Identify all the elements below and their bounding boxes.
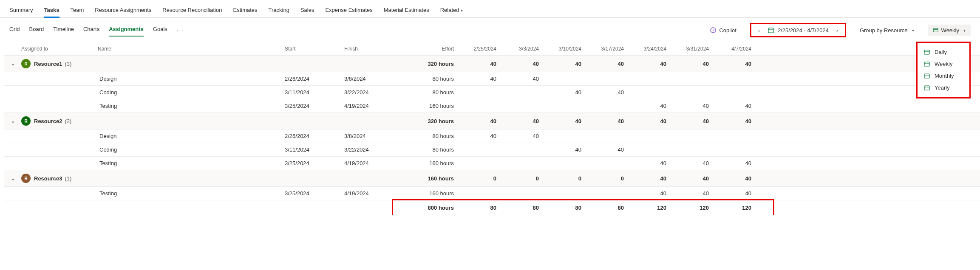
top-tab-related[interactable]: Related▾ [440, 4, 463, 17]
group-cell: 40 [586, 118, 629, 124]
timescale-label: Weekly [941, 27, 959, 34]
more-commands[interactable]: ··· [177, 27, 184, 34]
sub-tab-board[interactable]: Board [29, 24, 44, 37]
task-count: (3) [65, 61, 71, 67]
col-finish[interactable]: Finish [344, 46, 404, 52]
svg-rect-11 [924, 74, 929, 78]
timescale-option-label: Yearly [935, 84, 950, 91]
task-finish: 4/19/2024 [344, 160, 404, 166]
task-name: Design [98, 133, 285, 139]
total-cell: 120 [629, 205, 671, 211]
avatar: R [21, 174, 31, 183]
top-tab-resource-assignments[interactable]: Resource Assignments [95, 4, 151, 17]
task-cell: 40 [501, 133, 544, 139]
svg-rect-1 [768, 28, 773, 33]
timescale-option-yearly[interactable]: Yearly [922, 82, 963, 94]
sub-tab-charts[interactable]: Charts [83, 24, 99, 37]
task-row[interactable]: Coding3/11/20243/22/202480 hours4040 [4, 85, 980, 99]
col-assigned-to[interactable]: Assigned to [21, 46, 98, 52]
calendar-icon [923, 84, 930, 91]
resource-group-row[interactable]: ⌄RResource1(3)320 hours40404040404040 [4, 55, 980, 72]
top-tab-expense-estimates[interactable]: Expense Estimates [325, 4, 372, 17]
task-cell: 40 [671, 160, 714, 166]
date-next-button[interactable]: › [834, 27, 841, 34]
group-by-dropdown[interactable]: Group by Resource ▾ [855, 25, 918, 36]
timescale-option-monthly[interactable]: Monthly [922, 70, 963, 82]
group-cell: 40 [586, 61, 629, 67]
total-effort: 800 hours [404, 205, 459, 211]
grid-header-row: Assigned to Name Start Finish Effort 2/2… [4, 42, 980, 55]
task-cell: 40 [714, 160, 756, 166]
col-date[interactable]: 3/10/2024 [544, 46, 586, 52]
date-range-button[interactable]: 2/25/2024 - 4/7/2024 [768, 27, 829, 34]
task-effort: 80 hours [404, 146, 459, 153]
date-range-picker: ‹ 2/25/2024 - 4/7/2024 › [750, 23, 846, 37]
timescale-dropdown-button[interactable]: Weekly ▾ [928, 25, 971, 36]
copilot-button[interactable]: Copilot [705, 25, 740, 35]
group-effort: 320 hours [404, 61, 459, 67]
col-name[interactable]: Name [98, 46, 285, 52]
top-tab-resource-reconciliation[interactable]: Resource Reconciliation [162, 4, 222, 17]
task-name: Testing [98, 160, 285, 166]
top-tab-summary[interactable]: Summary [9, 4, 33, 17]
expand-toggle[interactable]: ⌄ [4, 61, 21, 67]
col-date[interactable]: 2/25/2024 [459, 46, 501, 52]
task-effort: 80 hours [404, 89, 459, 96]
group-effort: 320 hours [404, 118, 459, 124]
task-row[interactable]: Testing3/25/20244/19/2024160 hours404040 [4, 156, 980, 170]
group-cell: 40 [459, 118, 501, 124]
total-cell: 80 [501, 205, 544, 211]
group-cell: 40 [544, 61, 586, 67]
task-cell: 40 [586, 146, 629, 153]
task-name: Design [98, 76, 285, 82]
col-date[interactable]: 3/31/2024 [671, 46, 714, 52]
top-tab-material-estimates[interactable]: Material Estimates [384, 4, 429, 17]
top-tab-tracking[interactable]: Tracking [269, 4, 289, 17]
group-by-label: Group by Resource [860, 27, 908, 34]
resource-group-row[interactable]: ⌄RResource3(1)160 hours0000404040 [4, 170, 980, 186]
resource-name: RResource2(3) [21, 116, 98, 126]
chevron-down-icon: ▾ [461, 8, 463, 13]
task-row[interactable]: Design2/26/20243/8/202480 hours4040 [4, 72, 980, 85]
group-cell: 0 [544, 175, 586, 182]
task-row[interactable]: Design2/26/20243/8/202480 hours4040 [4, 129, 980, 143]
resource-name: RResource3(1) [21, 174, 98, 183]
task-finish: 3/22/2024 [344, 89, 404, 96]
col-date[interactable]: 3/17/2024 [586, 46, 629, 52]
task-row[interactable]: Coding3/11/20243/22/202480 hours4040 [4, 143, 980, 156]
timescale-dropdown-menu: DailyWeeklyMonthlyYearly [916, 42, 971, 98]
expand-toggle[interactable]: ⌄ [4, 176, 21, 181]
top-tab-tasks[interactable]: Tasks [44, 4, 59, 17]
top-tab-sales[interactable]: Sales [300, 4, 314, 17]
task-row[interactable]: Testing3/25/20244/19/2024160 hours404040 [4, 186, 980, 200]
task-row[interactable]: Testing3/25/20244/19/2024160 hours404040 [4, 99, 980, 112]
sub-tab-timeline[interactable]: Timeline [53, 24, 74, 37]
group-cell: 40 [629, 175, 671, 182]
svg-rect-13 [924, 86, 929, 90]
calendar-icon [923, 49, 930, 56]
timescale-option-daily[interactable]: Daily [922, 46, 963, 58]
col-date[interactable]: 4/7/2024 [714, 46, 756, 52]
group-cell: 40 [714, 61, 756, 67]
timescale-option-weekly[interactable]: Weekly [922, 58, 963, 70]
col-date[interactable]: 3/3/2024 [501, 46, 544, 52]
task-start: 3/11/2024 [285, 146, 344, 153]
col-start[interactable]: Start [285, 46, 344, 52]
expand-toggle[interactable]: ⌄ [4, 118, 21, 124]
task-name: Testing [98, 190, 285, 197]
top-tab-estimates[interactable]: Estimates [233, 4, 257, 17]
sub-tab-assignments[interactable]: Assignments [109, 24, 144, 37]
task-finish: 4/19/2024 [344, 190, 404, 197]
resource-group-row[interactable]: ⌄RResource2(3)320 hours40404040404040 [4, 112, 980, 129]
sub-tab-grid[interactable]: Grid [9, 24, 20, 37]
group-cell: 40 [544, 118, 586, 124]
top-tab-team[interactable]: Team [71, 4, 84, 17]
task-finish: 4/19/2024 [344, 103, 404, 109]
date-range-text: 2/25/2024 - 4/7/2024 [778, 27, 829, 34]
sub-tab-goals[interactable]: Goals [153, 24, 167, 37]
task-start: 2/26/2024 [285, 76, 344, 82]
date-prev-button[interactable]: ‹ [756, 27, 762, 34]
chevron-down-icon: ▾ [912, 28, 914, 33]
col-effort[interactable]: Effort [404, 46, 459, 52]
col-date[interactable]: 3/24/2024 [629, 46, 671, 52]
